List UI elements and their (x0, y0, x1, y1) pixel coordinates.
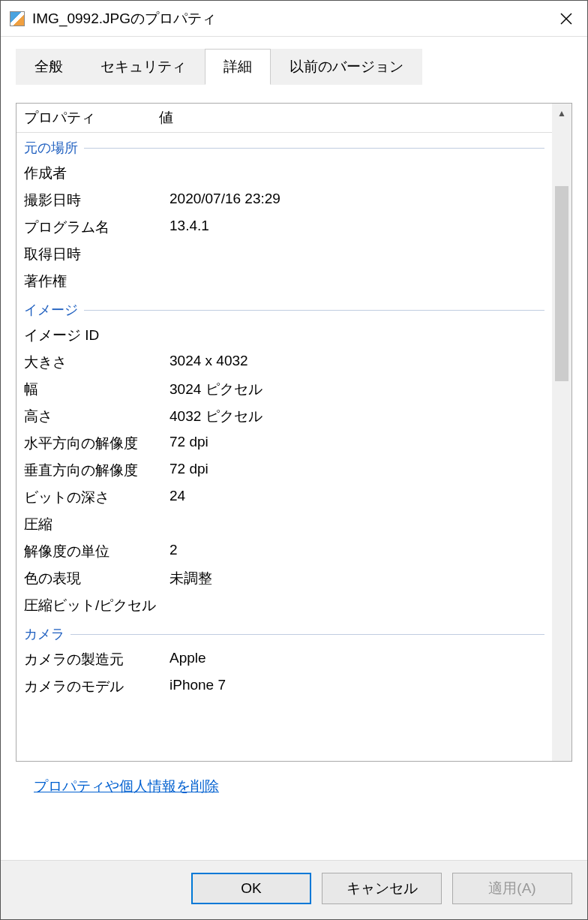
prop-label: ビットの深さ (16, 488, 170, 507)
section-camera: カメラ (16, 619, 552, 646)
prop-value: 72 dpi (170, 461, 552, 480)
table-row[interactable]: 幅3024 ピクセル (16, 376, 552, 403)
prop-label: カメラのモデル (16, 677, 170, 696)
prop-label: 水平方向の解像度 (16, 434, 170, 453)
table-row[interactable]: カメラのモデルiPhone 7 (16, 673, 552, 700)
tab-bar: 全般 セキュリティ 詳細 以前のバージョン (1, 37, 587, 85)
table-header: プロパティ 値 (16, 104, 552, 133)
titlebar: IMG_0992.JPGのプロパティ (1, 1, 587, 37)
prop-value: 3024 ピクセル (170, 380, 552, 399)
table-row[interactable]: 垂直方向の解像度72 dpi (16, 457, 552, 484)
prop-value: iPhone 7 (170, 677, 552, 696)
prop-value (170, 326, 552, 345)
table-row[interactable]: 取得日時 (16, 241, 552, 268)
scrollbar[interactable]: ▲ (552, 104, 572, 761)
table-row[interactable]: イメージ ID (16, 322, 552, 349)
header-property: プロパティ (16, 108, 159, 128)
table-row[interactable]: プログラム名13.4.1 (16, 214, 552, 241)
prop-label: 作成者 (16, 164, 170, 183)
scrollbar-thumb[interactable] (555, 186, 568, 381)
prop-value: Apple (170, 650, 552, 669)
cancel-button[interactable]: キャンセル (322, 873, 442, 904)
prop-value: 3024 x 4032 (170, 353, 552, 372)
table-row[interactable]: 解像度の単位2 (16, 538, 552, 565)
tab-security[interactable]: セキュリティ (82, 49, 205, 85)
prop-label: 色の表現 (16, 569, 170, 588)
close-button[interactable] (554, 7, 578, 31)
prop-label: 高さ (16, 407, 170, 426)
table-row[interactable]: カメラの製造元Apple (16, 646, 552, 673)
prop-label: 幅 (16, 380, 170, 399)
tab-details[interactable]: 詳細 (205, 49, 271, 85)
prop-value: 24 (170, 488, 552, 507)
prop-label: カメラの製造元 (16, 650, 170, 669)
tab-general[interactable]: 全般 (16, 49, 82, 85)
prop-value (170, 272, 552, 291)
prop-label: 圧縮ビット/ピクセル (16, 596, 170, 615)
button-bar: OK キャンセル 適用(A) (1, 860, 587, 919)
prop-label: 著作権 (16, 272, 170, 291)
ok-button[interactable]: OK (191, 873, 311, 904)
prop-label: 解像度の単位 (16, 542, 170, 561)
prop-label: プログラム名 (16, 218, 170, 237)
prop-value (170, 596, 552, 615)
table-row[interactable]: 色の表現未調整 (16, 565, 552, 592)
prop-label: 大きさ (16, 353, 170, 372)
prop-value: 4032 ピクセル (170, 407, 552, 426)
prop-label: 取得日時 (16, 245, 170, 264)
table-row[interactable]: ビットの深さ24 (16, 484, 552, 511)
prop-value: 13.4.1 (170, 218, 552, 237)
header-value: 値 (159, 108, 552, 128)
section-image: イメージ (16, 295, 552, 322)
prop-label: イメージ ID (16, 326, 170, 345)
prop-value: 2 (170, 542, 552, 561)
window-title: IMG_0992.JPGのプロパティ (32, 9, 554, 29)
table-row[interactable]: 圧縮 (16, 511, 552, 538)
scroll-up-icon[interactable]: ▲ (552, 104, 572, 123)
remove-properties-link[interactable]: プロパティや個人情報を削除 (16, 762, 572, 796)
apply-button[interactable]: 適用(A) (452, 873, 572, 904)
prop-value: 72 dpi (170, 434, 552, 453)
table-row[interactable]: 撮影日時2020/07/16 23:29 (16, 187, 552, 214)
prop-value (170, 164, 552, 183)
table-row[interactable]: 大きさ3024 x 4032 (16, 349, 552, 376)
table-row[interactable]: 作成者 (16, 160, 552, 187)
prop-label: 圧縮 (16, 515, 170, 534)
table-row[interactable]: 圧縮ビット/ピクセル (16, 592, 552, 619)
prop-value (170, 245, 552, 264)
prop-label: 垂直方向の解像度 (16, 461, 170, 480)
property-table: プロパティ 値 元の場所 作成者 撮影日時2020/07/16 23:29 プロ… (16, 103, 572, 762)
prop-label: 撮影日時 (16, 191, 170, 210)
table-row[interactable]: 高さ4032 ピクセル (16, 403, 552, 430)
table-row[interactable]: 水平方向の解像度72 dpi (16, 430, 552, 457)
section-origin: 元の場所 (16, 133, 552, 160)
details-panel: プロパティ 値 元の場所 作成者 撮影日時2020/07/16 23:29 プロ… (1, 85, 587, 860)
tab-previous-versions[interactable]: 以前のバージョン (271, 49, 422, 85)
prop-value (170, 515, 552, 534)
prop-value: 2020/07/16 23:29 (170, 191, 552, 210)
prop-value: 未調整 (170, 569, 552, 588)
table-row[interactable]: 著作権 (16, 268, 552, 295)
file-icon (10, 11, 25, 26)
